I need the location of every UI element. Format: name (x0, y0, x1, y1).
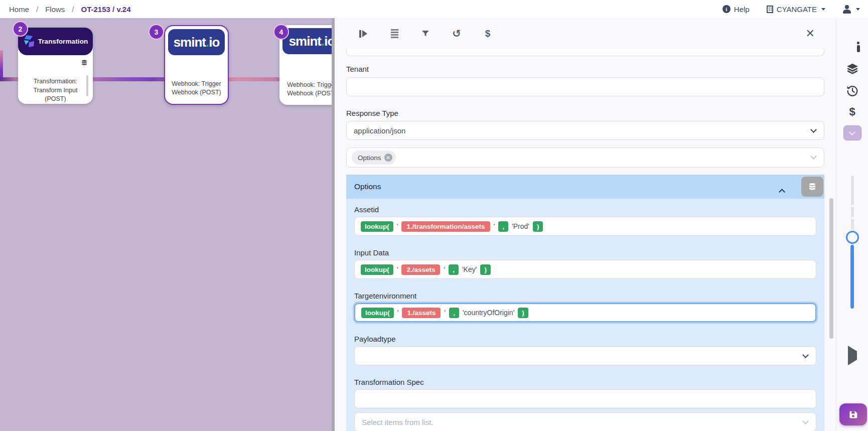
list-icon[interactable] (388, 28, 400, 40)
help-info-icon: i (722, 5, 731, 13)
filter-icon[interactable] (419, 28, 431, 40)
chevron-down-icon (810, 153, 817, 160)
help-label: Help (734, 5, 750, 14)
options-section-header[interactable]: Options (346, 175, 824, 199)
expression-token: , (498, 221, 508, 232)
panel-form: Tenant Response Type application/json Op… (335, 49, 836, 431)
chevron-down-icon (802, 352, 809, 358)
transformation-spec-input[interactable] (354, 389, 816, 408)
expression-token: , (449, 308, 459, 318)
node-description: Transformation: Transform Input (POST) (18, 77, 93, 104)
expression-token: ) (533, 221, 543, 232)
run-step-icon[interactable] (357, 28, 369, 40)
collapse-section-icon[interactable] (776, 182, 786, 192)
org-label: CYANGATE (777, 5, 817, 14)
targetenvironment-expression-field[interactable]: lookup('1./assets','countryOfOrigin') (354, 303, 816, 322)
expression-token: ' (397, 222, 398, 230)
expression-token: ' (494, 222, 495, 230)
expression-token: 1./assets (402, 308, 441, 318)
breadcrumb-separator: / (36, 5, 38, 14)
tenant-input[interactable] (346, 77, 824, 96)
top-navbar: Home / Flows / OT-2153 / v.24 i Help CYA… (0, 0, 868, 18)
payloadtype-label: Payloadtype (354, 334, 816, 344)
slider-tick (851, 205, 853, 207)
flow-node-smint-selected[interactable]: smint.io Webhook: Trigger Webhook (POST) (164, 25, 229, 105)
options-section-title: Options (354, 182, 381, 191)
flow-canvas[interactable]: 2 Transformation Transformation: Transfo… (0, 18, 332, 431)
close-icon[interactable]: ✕ (806, 27, 815, 40)
user-menu[interactable] (842, 5, 860, 13)
list-select-field[interactable]: Select items from list. (354, 412, 816, 431)
run-flow-button[interactable] (848, 351, 857, 360)
play-icon (848, 346, 857, 365)
options-multiselect[interactable]: Options ✕ (346, 148, 824, 168)
remove-chip-icon[interactable]: ✕ (384, 154, 392, 162)
options-chip-label: Options (358, 154, 381, 162)
node-description: Webhook: Trigger Webhook (POST) (165, 80, 228, 97)
smint-logo: smint.io (282, 28, 332, 54)
slider-thumb[interactable] (846, 231, 859, 244)
panel-scrollbar[interactable] (829, 198, 833, 339)
save-button[interactable] (839, 403, 867, 425)
variables-icon[interactable]: $ (482, 28, 494, 40)
chevron-down-icon (810, 126, 817, 133)
node-badge-2: 2 (13, 21, 28, 37)
panel-toolbar: ↺ $ ✕ (335, 18, 836, 49)
flow-node-smint-clipped[interactable]: smint.io Webhook: Trigger Webhook (POST) (279, 25, 332, 105)
expand-button[interactable] (843, 125, 861, 140)
slider-fill (850, 245, 854, 309)
options-section: Options Assetid lookup('1./transformatio… (346, 175, 824, 431)
right-sidebar: $ (836, 18, 868, 431)
layers-icon[interactable] (846, 62, 859, 77)
config-panel: ↺ $ ✕ Tenant Response Type application/j… (335, 18, 836, 431)
chevron-down-icon (802, 418, 809, 424)
transformation-node-body: Transformation: Transform Input (POST) (18, 55, 93, 104)
expression-token: 'countryOfOrigin' (463, 309, 514, 317)
expression-token: lookup( (361, 221, 393, 232)
node-description: Webhook: Trigger Webhook (POST) (279, 81, 332, 98)
breadcrumb-home[interactable]: Home (9, 5, 29, 14)
building-icon (767, 6, 773, 13)
targetenvironment-label: Targetenvironment (354, 291, 816, 301)
payloadtype-select[interactable] (354, 346, 816, 365)
response-type-value: application/json (354, 126, 405, 135)
database-icon (808, 182, 817, 191)
help-menu[interactable]: i Help (722, 5, 750, 14)
expression-token: 'Key' (462, 265, 477, 273)
expression-token: ' (444, 265, 445, 273)
input-data-expression-field[interactable]: lookup('2./assets','Key') (354, 260, 816, 279)
partially-scrolled-field[interactable] (346, 49, 824, 56)
options-section-body: Assetid lookup('1./transformation/assets… (346, 199, 824, 431)
chevron-down-icon (849, 129, 855, 135)
response-type-select[interactable]: application/json (346, 121, 824, 140)
user-icon (842, 5, 851, 13)
tenant-label: Tenant (346, 64, 824, 74)
expression-token: 2./assets (401, 264, 440, 275)
options-chip: Options ✕ (352, 151, 396, 165)
breadcrumb-current-flow: OT-2153 / v.24 (81, 5, 131, 14)
save-icon (848, 409, 858, 420)
expression-token: lookup( (361, 308, 394, 318)
breadcrumb-separator: / (72, 5, 74, 14)
node-text-scrollbar[interactable] (86, 75, 88, 96)
breadcrumb-flows[interactable]: Flows (45, 5, 65, 14)
database-icon[interactable] (81, 59, 88, 68)
database-mode-button[interactable] (801, 177, 823, 197)
variables-sidebar-icon[interactable]: $ (849, 105, 855, 118)
expression-token: ' (397, 265, 398, 273)
undo-icon[interactable]: ↺ (451, 28, 463, 40)
history-icon[interactable] (846, 84, 859, 99)
assetid-label: Assetid (354, 205, 816, 215)
caret-down-icon (821, 8, 825, 11)
assetid-expression-field[interactable]: lookup('1./transformation/assets','Prod'… (354, 217, 816, 236)
zoom-slider[interactable] (846, 176, 859, 327)
expression-token: ) (518, 308, 528, 318)
node-badge-4: 4 (273, 24, 289, 40)
flow-node-transformation[interactable]: Transformation Transformation: Transform… (18, 28, 93, 104)
flow-edge-vertical (0, 50, 3, 80)
transformation-spec-label: Transformation Spec (354, 377, 816, 387)
smint-logo: smint.io (168, 29, 225, 55)
expression-token: 'Prod' (512, 222, 529, 230)
org-menu[interactable]: CYANGATE (767, 5, 825, 14)
node-brand-label: Transformation (38, 38, 88, 45)
